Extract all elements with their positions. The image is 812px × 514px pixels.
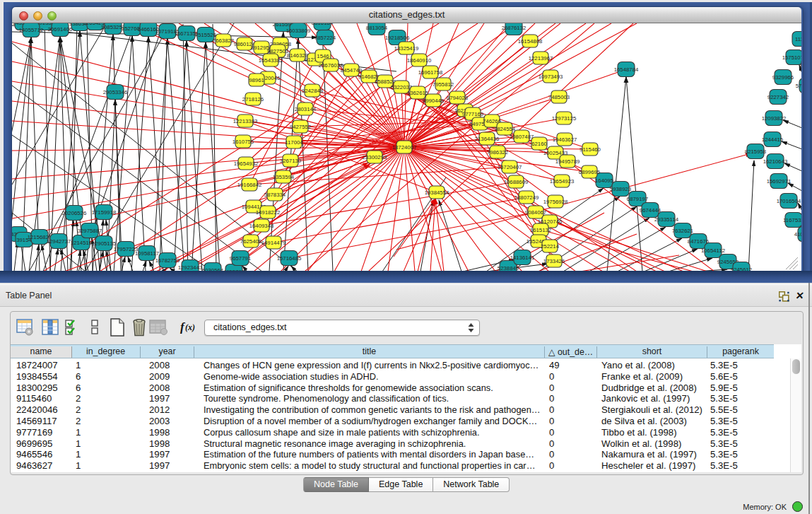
svg-text:12213967: 12213967 — [529, 55, 553, 62]
svg-text:17159918: 17159918 — [92, 209, 117, 216]
svg-text:19166842: 19166842 — [237, 182, 262, 188]
svg-text:15751074: 15751074 — [782, 54, 801, 61]
svg-text:3267130: 3267130 — [280, 158, 302, 164]
svg-text:18724007: 18724007 — [392, 144, 417, 151]
svg-text:5938923: 5938923 — [610, 186, 631, 192]
svg-text:7485003: 7485003 — [548, 94, 570, 100]
svg-text:10654112: 10654112 — [701, 247, 725, 254]
svg-text:98961: 98961 — [249, 77, 264, 83]
svg-text:9084067: 9084067 — [525, 209, 546, 216]
svg-text:252214: 252214 — [541, 243, 560, 250]
svg-text:16961758: 16961758 — [418, 69, 443, 76]
svg-text:16548784: 16548784 — [614, 66, 639, 73]
svg-text:6879197: 6879197 — [627, 196, 648, 202]
svg-text:19495789: 19495789 — [555, 158, 580, 165]
svg-text:29053346: 29053346 — [103, 89, 128, 95]
svg-text:20206526: 20206526 — [62, 210, 87, 216]
svg-text:5238849: 5238849 — [498, 265, 519, 271]
svg-text:1733426: 1733426 — [543, 258, 565, 264]
svg-text:19654932: 19654932 — [234, 160, 259, 167]
svg-text:20691406: 20691406 — [48, 26, 73, 33]
svg-text:16033809: 16033809 — [286, 28, 311, 34]
svg-text:7663822: 7663822 — [213, 37, 234, 44]
svg-text:9777169: 9777169 — [462, 111, 483, 117]
svg-text:1546: 1546 — [317, 53, 329, 59]
svg-text:14914479: 14914479 — [261, 240, 286, 246]
svg-text:12093822: 12093822 — [762, 115, 787, 122]
svg-text:15720407: 15720407 — [498, 164, 522, 170]
svg-text:1167533: 1167533 — [783, 217, 801, 223]
svg-text:14055712: 14055712 — [19, 27, 44, 33]
svg-text:9827503: 9827503 — [267, 48, 288, 54]
svg-text:3832764: 3832764 — [799, 63, 801, 69]
svg-text:14918222: 14918222 — [256, 209, 281, 216]
svg-text:10688609: 10688609 — [504, 179, 529, 185]
svg-text:18807249: 18807249 — [514, 194, 539, 201]
svg-text:62160: 62160 — [531, 141, 547, 147]
svg-text:1244415: 1244415 — [762, 136, 784, 143]
svg-text:19463627: 19463627 — [553, 136, 577, 143]
svg-text:10807487: 10807487 — [510, 134, 534, 140]
svg-text:16409348: 16409348 — [249, 223, 274, 229]
svg-text:12942737: 12942737 — [47, 238, 71, 245]
svg-text:8813054: 8813054 — [366, 25, 388, 31]
svg-text:12973125: 12973125 — [552, 115, 577, 122]
svg-text:12213383: 12213383 — [233, 118, 258, 124]
svg-text:(x): (x) — [185, 322, 195, 332]
svg-text:6899695: 6899695 — [579, 169, 601, 175]
svg-text:3824554: 3824554 — [494, 126, 516, 132]
svg-text:26876132: 26876132 — [502, 25, 526, 31]
svg-text:17016504: 17016504 — [777, 198, 801, 204]
svg-text:15692971: 15692971 — [767, 178, 792, 185]
svg-text:23300293: 23300293 — [363, 154, 387, 160]
svg-text:8990448: 8990448 — [423, 98, 444, 104]
svg-text:29335114: 29335114 — [654, 216, 679, 223]
svg-text:9227342: 9227342 — [767, 94, 789, 100]
svg-text:9242848: 9242848 — [302, 88, 323, 94]
svg-text:1214519: 1214519 — [71, 240, 92, 246]
svg-text:9657791: 9657791 — [230, 255, 251, 262]
svg-text:5878334: 5878334 — [264, 192, 286, 198]
svg-text:7986322: 7986322 — [487, 149, 508, 156]
svg-text:1112: 1112 — [795, 36, 801, 42]
svg-text:1353594: 1353594 — [273, 174, 295, 180]
svg-text:16543382: 16543382 — [259, 57, 283, 64]
svg-text:7632621: 7632621 — [672, 228, 693, 234]
svg-text:9427552: 9427552 — [290, 124, 311, 130]
svg-text:19384554: 19384554 — [425, 189, 449, 196]
svg-text:8215958: 8215958 — [745, 148, 766, 155]
svg-text:10973493: 10973493 — [539, 74, 563, 80]
svg-text:8471676: 8471676 — [688, 238, 709, 245]
svg-text:16154808: 16154808 — [518, 38, 543, 45]
svg-text:23676038: 23676038 — [319, 62, 343, 69]
svg-text:41034131: 41034131 — [794, 231, 801, 238]
svg-text:12923443: 12923443 — [178, 264, 203, 271]
svg-text:18640910: 18640910 — [407, 57, 432, 64]
svg-text:16210643: 16210643 — [763, 158, 788, 165]
svg-text:19218506: 19218506 — [385, 35, 410, 41]
svg-text:6794028: 6794028 — [447, 95, 468, 101]
svg-text:7955812: 7955812 — [433, 81, 454, 88]
svg-text:14136141: 14136141 — [510, 255, 535, 261]
svg-text:9115460: 9115460 — [579, 146, 601, 153]
svg-text:164095: 164095 — [595, 177, 614, 184]
svg-text:10958117: 10958117 — [135, 250, 159, 257]
svg-text:9329966: 9329966 — [772, 74, 794, 81]
svg-text:57525534: 57525534 — [796, 83, 801, 89]
svg-text:117004: 117004 — [285, 139, 303, 146]
svg-text:7625402: 7625402 — [240, 238, 261, 245]
svg-text:32975887: 32975887 — [78, 228, 102, 234]
svg-text:8454749: 8454749 — [341, 67, 362, 74]
svg-text:8816184: 8816184 — [312, 23, 334, 26]
svg-text:13325419: 13325419 — [394, 45, 419, 52]
svg-text:9674444: 9674444 — [640, 207, 661, 214]
svg-text:19756928: 19756928 — [543, 199, 568, 205]
svg-text:21364436: 21364436 — [475, 136, 500, 142]
svg-text:1362615: 1362615 — [407, 90, 429, 96]
svg-text:16782759: 16782759 — [155, 257, 180, 264]
svg-text:1615132: 1615132 — [530, 227, 551, 233]
svg-text:7857224: 7857224 — [314, 35, 336, 41]
svg-text:1610755: 1610755 — [233, 139, 254, 145]
svg-text:2803144: 2803144 — [295, 106, 317, 112]
svg-text:13654923: 13654923 — [550, 178, 575, 185]
